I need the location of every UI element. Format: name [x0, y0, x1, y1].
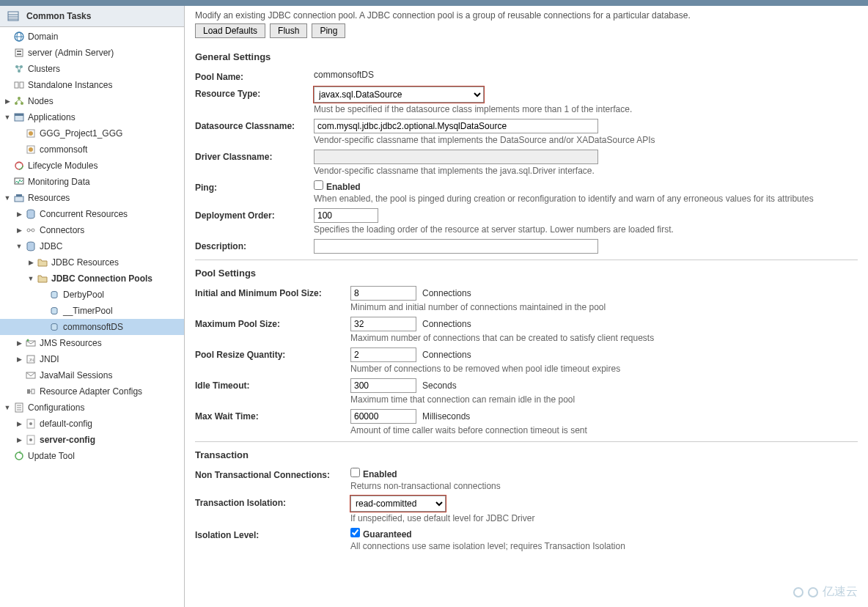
collapse-icon[interactable]: ▼	[15, 242, 23, 251]
db-icon	[25, 240, 37, 252]
expand-icon[interactable]: ▶	[15, 419, 23, 428]
ping-button[interactable]: Ping	[312, 23, 345, 38]
tree-node-connectors[interactable]: ▶Connectors	[0, 222, 184, 238]
tree-node-default-config[interactable]: ▶default-config	[0, 416, 184, 432]
tree-node-javamail-sessions[interactable]: JavaMail Sessions	[0, 367, 184, 383]
tree-node-label: Concurrent Resources	[40, 209, 128, 219]
datasource-classname-hint: Vendor-specific classname that implement…	[314, 135, 858, 145]
isolation-level-checkbox[interactable]	[350, 528, 360, 537]
toggle-spacer	[15, 145, 23, 154]
initial-pool-size-input[interactable]	[350, 286, 416, 301]
expand-icon[interactable]: ▶	[15, 355, 23, 364]
tree-node-concurrent-resources[interactable]: ▶Concurrent Resources	[0, 206, 184, 222]
tasks-icon	[7, 10, 19, 22]
tree-node-domain[interactable]: Domain	[0, 29, 184, 45]
pool-icon	[48, 321, 60, 333]
tree-node-label: Resources	[28, 193, 70, 203]
tree-node-jdbc[interactable]: ▼JDBC	[0, 238, 184, 254]
tree-node-label: commonsoftDS	[63, 322, 123, 332]
tree-node-configurations[interactable]: ▼Configurations	[0, 400, 184, 416]
tree-node-jdbc-connection-pools[interactable]: ▼JDBC Connection Pools	[0, 271, 184, 287]
svg-point-23	[29, 147, 33, 152]
tree-node-server-admin-server[interactable]: server (Admin Server)	[0, 45, 184, 61]
tree-node-nodes[interactable]: ▶Nodes	[0, 93, 184, 109]
toggle-spacer	[3, 177, 12, 186]
pool-resize-label: Pool Resize Quantity:	[195, 347, 342, 374]
adapter-icon	[25, 386, 37, 397]
svg-point-52	[15, 452, 23, 460]
sidebar-title: Common Tasks	[26, 11, 91, 21]
pool-resize-input[interactable]	[350, 347, 416, 362]
tree-node-resource-adapter-configs[interactable]: Resource Adapter Configs	[0, 383, 184, 400]
tree-node-resources[interactable]: ▼Resources	[0, 190, 184, 206]
tree-node-label: JavaMail Sessions	[40, 370, 112, 380]
tree-node-jdbc-resources[interactable]: ▶JDBC Resources	[0, 254, 184, 271]
svg-point-29	[27, 229, 30, 232]
tree-node-label: Nodes	[28, 96, 54, 106]
ping-checkbox[interactable]	[314, 180, 323, 190]
tree-node-label: Applications	[28, 112, 76, 122]
svg-point-37	[27, 339, 29, 342]
expand-icon[interactable]: ▶	[15, 435, 23, 444]
tree-node-ggg-project1-ggg[interactable]: GGG_Project1_GGG	[0, 125, 184, 141]
tree-node-label: JDBC Resources	[51, 257, 119, 268]
collapse-icon[interactable]: ▼	[26, 274, 35, 283]
deployment-order-input[interactable]	[314, 208, 378, 223]
expand-icon[interactable]: ▶	[15, 226, 23, 235]
lifecycle-icon	[13, 160, 25, 172]
flush-button[interactable]: Flush	[270, 23, 307, 38]
tree-node-jms-resources[interactable]: ▶JMS Resources	[0, 335, 184, 351]
resources-icon	[13, 192, 25, 204]
tree-node-server-config[interactable]: ▶server-config	[0, 432, 184, 448]
tree-node-applications[interactable]: ▼Applications	[0, 109, 184, 125]
tree-node-jndi[interactable]: ▶JNJNDI	[0, 351, 184, 367]
expand-icon[interactable]: ▶	[3, 97, 12, 106]
tree-node-label: JDBC Connection Pools	[51, 273, 152, 284]
collapse-icon[interactable]: ▼	[3, 194, 12, 202]
globe-icon	[13, 31, 25, 43]
app-icon	[25, 144, 37, 155]
initial-pool-size-label: Initial and Minimum Pool Size:	[195, 286, 342, 312]
svg-rect-14	[20, 82, 23, 88]
tree-node-lifecycle-modules[interactable]: Lifecycle Modules	[0, 158, 184, 174]
tree-node-label: JDBC	[40, 241, 62, 251]
tree-node-commonsoftds[interactable]: commonsoftDS	[0, 319, 184, 335]
folder-icon	[37, 273, 48, 284]
config-item-icon	[25, 418, 37, 430]
tree-node-label: server (Admin Server)	[28, 48, 114, 58]
idle-timeout-input[interactable]	[350, 378, 416, 393]
server-icon	[13, 47, 25, 59]
svg-point-51	[29, 438, 32, 441]
datasource-classname-input[interactable]	[314, 119, 598, 133]
isolation-level-value: Guaranteed	[363, 529, 412, 540]
description-input[interactable]	[314, 239, 598, 254]
tree-node-label: __TimerPool	[63, 306, 113, 316]
non-txn-checkbox[interactable]	[350, 468, 360, 477]
collapse-icon[interactable]: ▼	[3, 113, 12, 122]
tree-node-monitoring-data[interactable]: Monitoring Data	[0, 174, 184, 190]
svg-point-17	[21, 102, 23, 105]
load-defaults-button[interactable]: Load Defaults	[195, 23, 265, 38]
divider	[195, 260, 858, 260]
tree-node-derbypool[interactable]: DerbyPool	[0, 287, 184, 303]
expand-icon[interactable]: ▶	[26, 258, 35, 267]
description-label: Description:	[195, 239, 305, 254]
tree-node-timerpool[interactable]: __TimerPool	[0, 303, 184, 319]
toggle-spacer	[15, 371, 23, 380]
tree-node-clusters[interactable]: Clusters	[0, 61, 184, 77]
collapse-icon[interactable]: ▼	[3, 403, 12, 412]
max-wait-time-input[interactable]	[350, 409, 416, 424]
tree-node-update-tool[interactable]: Update Tool	[0, 448, 184, 464]
max-pool-size-unit: Connections	[422, 319, 471, 329]
max-pool-size-input[interactable]	[350, 317, 416, 331]
transaction-header: Transaction	[195, 449, 858, 460]
tree-node-standalone-instances[interactable]: Standalone Instances	[0, 77, 184, 93]
button-row: Load Defaults Flush Ping	[195, 23, 858, 38]
tree-node-label: Configurations	[28, 402, 84, 413]
resource-type-select[interactable]: javax.sql.DataSource	[314, 87, 484, 103]
expand-icon[interactable]: ▶	[15, 339, 23, 347]
toggle-spacer	[3, 452, 12, 460]
tree-node-commonsoft[interactable]: commonsoft	[0, 141, 184, 158]
txn-isolation-select[interactable]: read-committed	[350, 496, 446, 512]
expand-icon[interactable]: ▶	[15, 210, 23, 218]
